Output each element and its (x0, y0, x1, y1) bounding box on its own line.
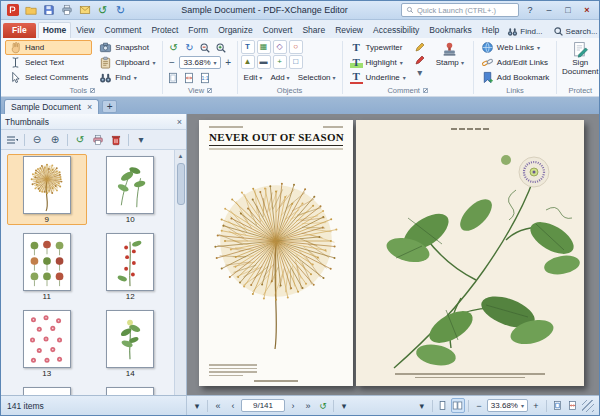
quick-launch-input[interactable]: Quick Launch (CTRL+.) (401, 3, 519, 17)
dialog-launcher-icon[interactable] (207, 88, 212, 93)
highlight-button[interactable]: T Highlight▾ (346, 55, 410, 70)
single-page-icon[interactable] (436, 398, 450, 413)
search-button[interactable]: Search... (550, 25, 600, 38)
add-dropdown-button[interactable]: Add▾ (267, 73, 292, 82)
typewriter-button[interactable]: T Typewriter (346, 40, 410, 55)
page-left[interactable]: NEVER OUT OF SEASON (199, 120, 353, 386)
zoom-in-button[interactable]: + (529, 398, 543, 413)
zoom-in-thumbnails-icon[interactable]: ⊕ (47, 132, 63, 148)
tab-comment[interactable]: Comment (100, 22, 147, 38)
zoom-out-tool-icon[interactable] (198, 41, 212, 54)
thumbnail-page-14[interactable]: 14 (91, 308, 171, 379)
next-page-button[interactable]: › (286, 398, 300, 413)
zoom-out-button[interactable]: − (472, 398, 486, 413)
tab-form[interactable]: Form (183, 22, 213, 38)
fit-page-button[interactable] (550, 398, 564, 413)
minimize-button[interactable]: – (541, 3, 557, 17)
open-file-icon[interactable] (23, 3, 38, 18)
new-tab-button[interactable]: + (102, 100, 117, 113)
first-page-button[interactable]: « (211, 398, 225, 413)
layout-options-icon[interactable]: ▾ (415, 398, 429, 413)
rotate-left-icon[interactable]: ↺ (166, 41, 180, 54)
tab-view[interactable]: View (71, 22, 99, 38)
edit-dropdown-button[interactable]: Edit▾ (241, 73, 266, 82)
previous-page-button[interactable]: ‹ (226, 398, 240, 413)
thumbnail-page-12[interactable]: 12 (91, 231, 171, 302)
document-tab[interactable]: Sample Document × (4, 99, 99, 114)
stamp-button[interactable]: Stamp ▾ (430, 40, 470, 69)
add-object-icon[interactable]: + (273, 55, 287, 69)
page-right[interactable] (356, 120, 584, 386)
print-icon[interactable] (59, 3, 74, 18)
document-view[interactable]: NEVER OUT OF SEASON (187, 114, 599, 395)
rotate-right-icon[interactable]: ↻ (182, 41, 196, 54)
close-panel-icon[interactable]: × (177, 117, 182, 127)
find-button[interactable]: Find... (504, 25, 545, 38)
panel-options-icon[interactable]: ▾ (190, 398, 204, 413)
previous-view-icon[interactable]: ↺ (316, 398, 330, 413)
add-edit-links-button[interactable]: Add/Edit Links (477, 55, 553, 70)
hand-tool-button[interactable]: Hand (5, 40, 92, 55)
thumbnail-partial[interactable] (91, 385, 171, 395)
scroll-up-icon[interactable]: ▲ (178, 150, 184, 161)
edit-text-icon[interactable]: T (241, 40, 255, 54)
red-pencil-icon[interactable] (413, 53, 427, 66)
zoom-in-tool-icon[interactable] (214, 41, 228, 54)
file-menu-button[interactable]: File (3, 23, 36, 38)
tab-review[interactable]: Review (330, 22, 368, 38)
more-options-icon[interactable]: ▾ (133, 132, 149, 148)
undo-icon[interactable]: ↺ (95, 3, 110, 18)
select-comments-button[interactable]: Select Comments (5, 70, 92, 85)
fit-width-icon[interactable] (182, 71, 196, 84)
print-pages-icon[interactable] (90, 132, 106, 148)
find-dropdown-button[interactable]: Find▾ (95, 70, 159, 85)
actual-size-icon[interactable]: 1:1 (198, 71, 212, 84)
thumbnails-scrollbar[interactable]: ▲ (174, 150, 186, 395)
scrollbar-thumb[interactable] (177, 163, 185, 205)
thumbnail-page-11[interactable]: 11 (7, 231, 87, 302)
zoom-in-button[interactable]: + (223, 56, 234, 69)
redo-icon[interactable]: ↻ (113, 3, 128, 18)
dialog-launcher-icon[interactable] (90, 88, 95, 93)
zoom-level-select[interactable]: 33.68%▾ (487, 399, 528, 412)
nav-options-icon[interactable]: ▾ (337, 398, 351, 413)
tab-organize[interactable]: Organize (213, 22, 258, 38)
refresh-thumbnails-icon[interactable]: ↺ (72, 132, 88, 148)
tab-home[interactable]: Home (38, 22, 72, 38)
edit-image-icon[interactable]: ▦ (257, 40, 271, 54)
pencil-icon[interactable] (413, 40, 427, 53)
close-button[interactable]: × (579, 3, 595, 17)
web-links-button[interactable]: Web Links▾ (477, 40, 553, 55)
underline-button[interactable]: T Underline▾ (346, 70, 410, 85)
dialog-launcher-icon[interactable] (423, 88, 428, 93)
zoom-out-thumbnails-icon[interactable]: ⊖ (29, 132, 45, 148)
select-objects-icon[interactable]: □ (289, 55, 303, 69)
resize-grip[interactable] (582, 400, 594, 412)
add-line-icon[interactable]: ▬ (257, 55, 271, 69)
chevron-down-icon[interactable]: ▾ (413, 66, 427, 79)
edit-shape-icon[interactable]: ◇ (273, 40, 287, 54)
tab-help[interactable]: Help (477, 22, 504, 38)
email-icon[interactable] (77, 3, 92, 18)
add-text-icon[interactable]: ▲ (241, 55, 255, 69)
thumbnail-partial[interactable] (7, 385, 87, 395)
tab-protect[interactable]: Protect (146, 22, 183, 38)
sign-document-button[interactable]: Sign Document (560, 40, 599, 78)
tab-bookmarks[interactable]: Bookmarks (424, 22, 477, 38)
fit-page-icon[interactable] (166, 71, 180, 84)
two-page-view-icon[interactable] (451, 398, 465, 413)
thumbnail-page-10[interactable]: 10 (91, 154, 171, 225)
select-text-button[interactable]: Select Text (5, 55, 92, 70)
maximize-button[interactable]: □ (560, 3, 576, 17)
fit-width-button[interactable] (565, 398, 579, 413)
clipboard-button[interactable]: Clipboard▾ (95, 55, 159, 70)
tab-accessibility[interactable]: Accessibility (368, 22, 424, 38)
zoom-out-button[interactable]: − (166, 56, 177, 69)
save-icon[interactable] (41, 3, 56, 18)
add-bookmark-button[interactable]: Add Bookmark (477, 70, 553, 85)
delete-pages-icon[interactable] (108, 132, 124, 148)
tab-share[interactable]: Share (297, 22, 330, 38)
help-button[interactable]: ? (522, 3, 538, 17)
zoom-level-select[interactable]: 33.68%▾ (179, 56, 220, 69)
page-number-input[interactable]: 9/141 (241, 399, 285, 412)
